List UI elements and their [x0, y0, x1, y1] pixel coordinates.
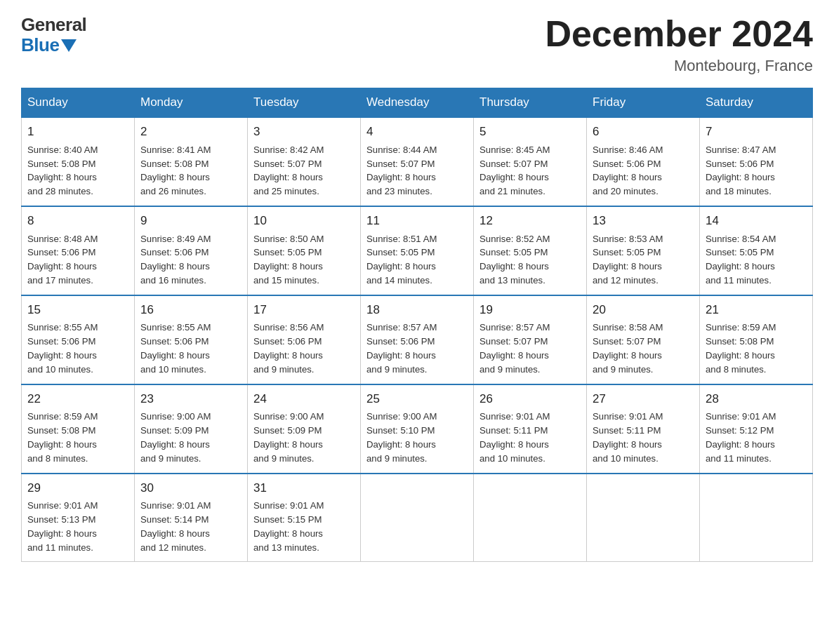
day-info: Sunrise: 9:01 AMSunset: 5:12 PMDaylight:… [706, 410, 807, 465]
title-section: December 2024 Montebourg, France [545, 14, 813, 75]
day-number: 16 [140, 302, 241, 319]
day-number: 23 [140, 391, 241, 408]
calendar-cell: 18Sunrise: 8:57 AMSunset: 5:06 PMDayligh… [361, 295, 474, 384]
col-header-monday: Monday [135, 88, 248, 118]
col-header-wednesday: Wednesday [361, 88, 474, 118]
day-info: Sunrise: 8:58 AMSunset: 5:07 PMDaylight:… [593, 321, 694, 376]
day-number: 5 [479, 123, 581, 141]
day-number: 21 [706, 302, 807, 319]
day-number: 8 [27, 213, 128, 230]
calendar-cell: 11Sunrise: 8:51 AMSunset: 5:05 PMDayligh… [361, 206, 474, 295]
calendar-week-row: 15Sunrise: 8:55 AMSunset: 5:06 PMDayligh… [22, 295, 813, 384]
day-info: Sunrise: 8:55 AMSunset: 5:06 PMDaylight:… [140, 321, 241, 376]
calendar-cell: 1Sunrise: 8:40 AMSunset: 5:08 PMDaylight… [22, 117, 135, 206]
day-number: 4 [366, 123, 468, 141]
calendar-cell: 31Sunrise: 9:01 AMSunset: 5:15 PMDayligh… [248, 474, 361, 562]
day-number: 28 [706, 391, 807, 408]
calendar-cell: 27Sunrise: 9:01 AMSunset: 5:11 PMDayligh… [587, 384, 700, 474]
calendar-cell [361, 474, 474, 562]
page-header: General Blue December 2024 Montebourg, F… [21, 14, 813, 75]
col-header-tuesday: Tuesday [248, 88, 361, 118]
svg-marker-0 [61, 39, 77, 52]
calendar-cell: 24Sunrise: 9:00 AMSunset: 5:09 PMDayligh… [248, 384, 361, 474]
day-info: Sunrise: 8:49 AMSunset: 5:06 PMDaylight:… [140, 232, 241, 288]
calendar-cell: 13Sunrise: 8:53 AMSunset: 5:05 PMDayligh… [587, 206, 700, 295]
day-number: 31 [253, 480, 355, 497]
logo-text: General Blue [21, 14, 86, 54]
calendar-cell: 26Sunrise: 9:01 AMSunset: 5:11 PMDayligh… [474, 384, 587, 474]
col-header-friday: Friday [587, 88, 700, 118]
calendar-cell: 19Sunrise: 8:57 AMSunset: 5:07 PMDayligh… [474, 295, 587, 384]
day-info: Sunrise: 8:57 AMSunset: 5:06 PMDaylight:… [366, 321, 468, 376]
calendar-week-row: 1Sunrise: 8:40 AMSunset: 5:08 PMDaylight… [22, 117, 813, 206]
day-number: 12 [479, 213, 581, 230]
day-info: Sunrise: 8:41 AMSunset: 5:08 PMDaylight:… [140, 143, 241, 199]
calendar-cell: 20Sunrise: 8:58 AMSunset: 5:07 PMDayligh… [587, 295, 700, 384]
calendar-cell: 22Sunrise: 8:59 AMSunset: 5:08 PMDayligh… [22, 384, 135, 474]
day-number: 9 [140, 213, 241, 230]
day-info: Sunrise: 9:00 AMSunset: 5:09 PMDaylight:… [140, 410, 241, 465]
calendar-cell: 12Sunrise: 8:52 AMSunset: 5:05 PMDayligh… [474, 206, 587, 295]
day-info: Sunrise: 8:40 AMSunset: 5:08 PMDaylight:… [27, 143, 128, 199]
day-info: Sunrise: 8:55 AMSunset: 5:06 PMDaylight:… [27, 321, 128, 376]
day-number: 3 [253, 123, 355, 141]
calendar-cell: 14Sunrise: 8:54 AMSunset: 5:05 PMDayligh… [700, 206, 813, 295]
calendar-cell: 5Sunrise: 8:45 AMSunset: 5:07 PMDaylight… [474, 117, 587, 206]
day-info: Sunrise: 9:00 AMSunset: 5:10 PMDaylight:… [366, 410, 468, 465]
day-number: 22 [27, 391, 128, 408]
day-number: 29 [27, 480, 128, 497]
calendar-cell: 17Sunrise: 8:56 AMSunset: 5:06 PMDayligh… [248, 295, 361, 384]
month-title: December 2024 [545, 14, 813, 54]
calendar-cell: 25Sunrise: 9:00 AMSunset: 5:10 PMDayligh… [361, 384, 474, 474]
calendar-cell: 28Sunrise: 9:01 AMSunset: 5:12 PMDayligh… [700, 384, 813, 474]
calendar-table: SundayMondayTuesdayWednesdayThursdayFrid… [21, 88, 813, 562]
calendar-cell: 23Sunrise: 9:00 AMSunset: 5:09 PMDayligh… [135, 384, 248, 474]
day-number: 27 [593, 391, 694, 408]
calendar-cell: 15Sunrise: 8:55 AMSunset: 5:06 PMDayligh… [22, 295, 135, 384]
day-info: Sunrise: 8:44 AMSunset: 5:07 PMDaylight:… [366, 143, 468, 199]
logo-blue: Blue [21, 36, 59, 54]
day-info: Sunrise: 8:46 AMSunset: 5:06 PMDaylight:… [593, 143, 694, 199]
day-number: 20 [593, 302, 694, 319]
day-number: 6 [593, 123, 694, 141]
logo-general: General [21, 14, 86, 36]
day-number: 18 [366, 302, 468, 319]
day-info: Sunrise: 9:01 AMSunset: 5:13 PMDaylight:… [27, 499, 128, 554]
day-number: 14 [706, 213, 807, 230]
calendar-cell: 3Sunrise: 8:42 AMSunset: 5:07 PMDaylight… [248, 117, 361, 206]
day-number: 24 [253, 391, 355, 408]
day-info: Sunrise: 8:50 AMSunset: 5:05 PMDaylight:… [253, 232, 355, 288]
col-header-thursday: Thursday [474, 88, 587, 118]
calendar-week-row: 8Sunrise: 8:48 AMSunset: 5:06 PMDaylight… [22, 206, 813, 295]
day-info: Sunrise: 8:56 AMSunset: 5:06 PMDaylight:… [253, 321, 355, 376]
day-number: 30 [140, 480, 241, 497]
calendar-cell: 30Sunrise: 9:01 AMSunset: 5:14 PMDayligh… [135, 474, 248, 562]
day-info: Sunrise: 8:45 AMSunset: 5:07 PMDaylight:… [479, 143, 581, 199]
day-number: 17 [253, 302, 355, 319]
day-number: 15 [27, 302, 128, 319]
day-info: Sunrise: 8:59 AMSunset: 5:08 PMDaylight:… [27, 410, 128, 465]
day-info: Sunrise: 8:52 AMSunset: 5:05 PMDaylight:… [479, 232, 581, 288]
day-number: 11 [366, 213, 468, 230]
day-info: Sunrise: 9:01 AMSunset: 5:14 PMDaylight:… [140, 499, 241, 554]
calendar-cell [587, 474, 700, 562]
logo: General Blue [21, 14, 86, 54]
calendar-cell: 10Sunrise: 8:50 AMSunset: 5:05 PMDayligh… [248, 206, 361, 295]
calendar-week-row: 29Sunrise: 9:01 AMSunset: 5:13 PMDayligh… [22, 474, 813, 562]
calendar-cell: 4Sunrise: 8:44 AMSunset: 5:07 PMDaylight… [361, 117, 474, 206]
calendar-cell: 7Sunrise: 8:47 AMSunset: 5:06 PMDaylight… [700, 117, 813, 206]
day-info: Sunrise: 9:01 AMSunset: 5:15 PMDaylight:… [253, 499, 355, 554]
day-number: 1 [27, 123, 128, 141]
day-info: Sunrise: 9:00 AMSunset: 5:09 PMDaylight:… [253, 410, 355, 465]
day-number: 2 [140, 123, 241, 141]
day-info: Sunrise: 8:47 AMSunset: 5:06 PMDaylight:… [706, 143, 807, 199]
day-info: Sunrise: 8:57 AMSunset: 5:07 PMDaylight:… [479, 321, 581, 376]
day-info: Sunrise: 8:48 AMSunset: 5:06 PMDaylight:… [27, 232, 128, 288]
day-number: 19 [479, 302, 581, 319]
day-info: Sunrise: 8:53 AMSunset: 5:05 PMDaylight:… [593, 232, 694, 288]
calendar-cell [474, 474, 587, 562]
day-info: Sunrise: 9:01 AMSunset: 5:11 PMDaylight:… [593, 410, 694, 465]
calendar-cell: 6Sunrise: 8:46 AMSunset: 5:06 PMDaylight… [587, 117, 700, 206]
col-header-saturday: Saturday [700, 88, 813, 118]
calendar-week-row: 22Sunrise: 8:59 AMSunset: 5:08 PMDayligh… [22, 384, 813, 474]
